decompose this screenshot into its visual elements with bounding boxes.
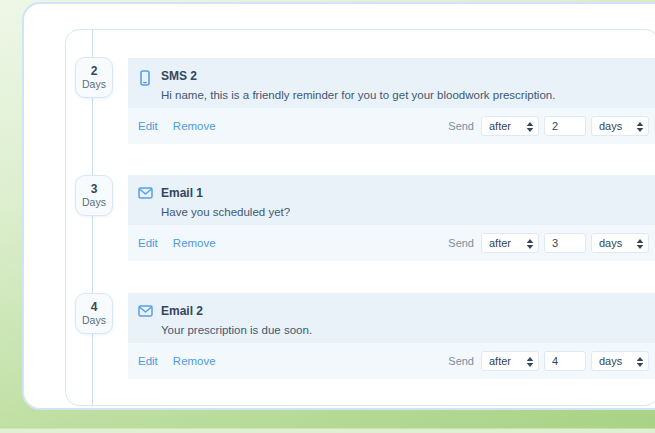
unit-select[interactable]: days: [591, 351, 649, 371]
updown-arrows-icon: [636, 122, 644, 134]
day-number: 4: [91, 301, 98, 315]
phone-icon: [137, 69, 153, 86]
send-label: Send: [448, 355, 474, 367]
card-footer: Edit Remove Send after days: [128, 108, 655, 144]
card-text: Email 2 Your prescription is due soon.: [153, 304, 312, 337]
timing-select[interactable]: after: [481, 116, 539, 136]
unit-select-value: days: [599, 120, 622, 132]
day-unit-label: Days: [82, 78, 106, 90]
timing-select[interactable]: after: [481, 233, 539, 253]
day-badge: 4 Days: [75, 293, 113, 334]
card-description: Your prescription is due soon.: [161, 324, 312, 337]
message-card-email-1: Email 1 Have you scheduled yet? Edit Rem…: [128, 175, 655, 261]
updown-arrows-icon: [526, 122, 534, 134]
card-body: Email 1 Have you scheduled yet?: [128, 175, 655, 225]
main-panel: 2 Days 3 Days 4 Days SMS 2 Hi na: [22, 2, 655, 410]
send-controls: Send after days: [448, 351, 649, 371]
unit-select-value: days: [599, 355, 622, 367]
updown-arrows-icon: [636, 357, 644, 369]
unit-select[interactable]: days: [591, 233, 649, 253]
remove-link[interactable]: Remove: [173, 237, 216, 249]
card-description: Hi name, this is a friendly reminder for…: [161, 89, 555, 102]
delay-input[interactable]: [544, 116, 586, 136]
card-title: Email 2: [161, 304, 312, 318]
remove-link[interactable]: Remove: [173, 120, 216, 132]
send-controls: Send after days: [448, 233, 649, 253]
message-card-sms-2: SMS 2 Hi name, this is a friendly remind…: [128, 58, 655, 144]
timing-select-value: after: [489, 237, 511, 249]
unit-select[interactable]: days: [591, 116, 649, 136]
timing-select[interactable]: after: [481, 351, 539, 371]
card-text: Email 1 Have you scheduled yet?: [153, 186, 290, 219]
day-unit-label: Days: [82, 196, 106, 208]
send-controls: Send after days: [448, 116, 649, 136]
timing-select-value: after: [489, 355, 511, 367]
unit-select-value: days: [599, 237, 622, 249]
card-footer: Edit Remove Send after days: [128, 225, 655, 261]
card-description: Have you scheduled yet?: [161, 206, 290, 219]
message-card-email-2: Email 2 Your prescription is due soon. E…: [128, 293, 655, 379]
send-label: Send: [448, 237, 474, 249]
updown-arrows-icon: [636, 239, 644, 251]
card-title: SMS 2: [161, 69, 555, 83]
card-body: Email 2 Your prescription is due soon.: [128, 293, 655, 343]
card-title: Email 1: [161, 186, 290, 200]
send-label: Send: [448, 120, 474, 132]
day-number: 2: [91, 65, 98, 79]
delay-input[interactable]: [544, 233, 586, 253]
updown-arrows-icon: [526, 357, 534, 369]
day-badge: 2 Days: [75, 57, 113, 98]
edit-link[interactable]: Edit: [138, 355, 158, 367]
card-text: SMS 2 Hi name, this is a friendly remind…: [153, 69, 555, 102]
day-unit-label: Days: [82, 314, 106, 326]
timing-select-value: after: [489, 120, 511, 132]
timeline-container: 2 Days 3 Days 4 Days SMS 2 Hi na: [65, 29, 655, 406]
edit-link[interactable]: Edit: [138, 120, 158, 132]
email-icon: [137, 186, 153, 199]
campaign-timeline-page: { "timeline": { "steps": [ { "day": "2",…: [0, 0, 655, 433]
delay-input[interactable]: [544, 351, 586, 371]
updown-arrows-icon: [526, 239, 534, 251]
remove-link[interactable]: Remove: [173, 355, 216, 367]
card-body: SMS 2 Hi name, this is a friendly remind…: [128, 58, 655, 108]
edit-link[interactable]: Edit: [138, 237, 158, 249]
card-footer: Edit Remove Send after days: [128, 343, 655, 379]
day-badge: 3 Days: [75, 175, 113, 216]
day-number: 3: [91, 183, 98, 197]
email-icon: [137, 304, 153, 317]
